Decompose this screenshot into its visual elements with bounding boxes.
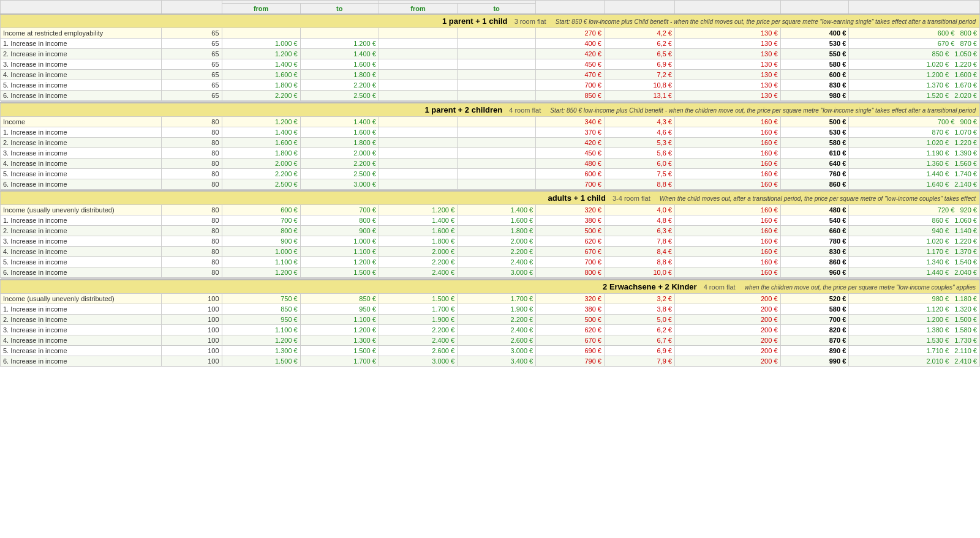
row-hh-from: 2.400 € — [379, 267, 457, 278]
row-total: 580 € — [780, 137, 849, 148]
row-hh-from: 1.500 € — [379, 293, 457, 304]
row-label: 6. Increase in income — [1, 356, 162, 366]
row-label: 5. Increase in income — [1, 80, 162, 91]
row-residual: 1.340 € 1.540 € — [849, 257, 980, 267]
row-other: 160 € — [674, 137, 780, 148]
row-netto-from: 600 € — [222, 205, 300, 215]
section-note: Start: 850 € low-income plus Child benef… — [556, 18, 976, 25]
row-qm: 65 — [161, 80, 222, 91]
row-hh-from — [379, 91, 457, 101]
row-hh-to: 3.000 € — [458, 267, 536, 278]
section-header-section3: adults + 1 child 3-4 room flat When the … — [1, 191, 980, 205]
row-label: Income (usually unevenly distributed) — [1, 205, 162, 215]
row-rental-price: 4,8 € — [604, 215, 674, 226]
row-netto-to: 1.600 € — [300, 127, 379, 137]
data-row: 1. Increase in income 65 1.000 € 1.200 €… — [1, 39, 980, 49]
row-netto-to: 1.800 € — [300, 137, 379, 148]
row-netto-to: 700 € — [300, 205, 379, 215]
row-qm: 65 — [161, 39, 222, 49]
row-residual: 1.200 € 1.600 € — [849, 70, 980, 80]
row-residual: 1.640 € 2.140 € — [849, 179, 980, 189]
row-net-rent: 500 € — [536, 314, 605, 324]
row-hh-from: 1.200 € — [379, 205, 457, 215]
row-other: 130 € — [674, 80, 780, 91]
row-total: 540 € — [780, 215, 849, 226]
row-netto-to: 1.200 € — [300, 39, 379, 49]
row-rental-price: 13,1 € — [604, 91, 674, 101]
row-hh-to: 2.000 € — [458, 236, 536, 247]
row-residual: 1.120 € 1.320 € — [849, 304, 980, 314]
row-total: 830 € — [780, 247, 849, 257]
row-hh-from — [379, 28, 457, 39]
section-header-section4: 2 Erwachsene + 2 Kinder 4 room flat when… — [1, 280, 980, 294]
row-rental-price: 7,2 € — [604, 70, 674, 80]
row-residual: 860 € 1.060 € — [849, 215, 980, 226]
row-rental-price: 4,6 € — [604, 127, 674, 137]
row-other: 160 € — [674, 158, 780, 168]
row-hh-from — [379, 137, 457, 148]
row-qm: 100 — [161, 293, 222, 304]
row-qm: 65 — [161, 91, 222, 101]
header-netto-from: from — [222, 4, 300, 15]
row-label: 6. Increase in income — [1, 267, 162, 278]
row-netto-from: 1.200 € — [222, 335, 300, 345]
data-row: 1. Increase in income 100 850 € 950 € 1.… — [1, 304, 980, 314]
row-other: 160 € — [674, 168, 780, 179]
row-netto-to: 1.500 € — [300, 345, 379, 356]
row-hh-from: 3.000 € — [379, 356, 457, 366]
row-qm: 80 — [161, 226, 222, 236]
row-residual: 1.370 € 1.670 € — [849, 80, 980, 91]
row-other: 200 € — [674, 293, 780, 304]
data-row: 1. Increase in income 80 700 € 800 € 1.4… — [1, 215, 980, 226]
row-other: 160 € — [674, 226, 780, 236]
section-title: adults + 1 child — [548, 193, 606, 203]
row-rental-price: 4,3 € — [604, 116, 674, 127]
section-flat: 4 room flat — [704, 283, 736, 291]
data-row: 2. Increase in income 100 950 € 1.100 € … — [1, 314, 980, 324]
data-row: 4. Increase in income 65 1.600 € 1.800 €… — [1, 70, 980, 80]
row-net-rent: 600 € — [536, 168, 605, 179]
row-other: 160 € — [674, 267, 780, 278]
row-netto-to: 2.500 € — [300, 91, 379, 101]
section-header-section2: 1 parent + 2 children 4 room flat Start:… — [1, 103, 980, 117]
row-hh-from — [379, 158, 457, 168]
row-total: 580 € — [780, 59, 849, 70]
data-row: 5. Increase in income 80 2.200 € 2.500 €… — [1, 168, 980, 179]
row-netto-to: 950 € — [300, 304, 379, 314]
data-row: 6. Increase in income 80 2.500 € 3.000 €… — [1, 179, 980, 189]
row-rental-price: 6,0 € — [604, 158, 674, 168]
row-hh-from: 1.600 € — [379, 226, 457, 236]
row-rental-price: 6,2 € — [604, 39, 674, 49]
main-table: from to from to 1 parent + 1 child 3 roo… — [0, 0, 980, 367]
row-net-rent: 450 € — [536, 59, 605, 70]
row-other: 200 € — [674, 324, 780, 335]
row-net-rent: 850 € — [536, 91, 605, 101]
row-label: 6. Increase in income — [1, 179, 162, 189]
row-hh-from: 1.800 € — [379, 236, 457, 247]
row-netto-from: 1.100 € — [222, 257, 300, 267]
row-qm: 100 — [161, 314, 222, 324]
row-residual: 1.530 € 1.730 € — [849, 335, 980, 345]
row-label: 2. Increase in income — [1, 314, 162, 324]
row-qm: 65 — [161, 70, 222, 80]
row-total: 700 € — [780, 314, 849, 324]
row-net-rent: 670 € — [536, 335, 605, 345]
row-netto-from: 1.000 € — [222, 39, 300, 49]
row-hh-to — [458, 70, 536, 80]
row-netto-to: 1.600 € — [300, 59, 379, 70]
header-residual — [849, 1, 980, 15]
row-label: 1. Increase in income — [1, 39, 162, 49]
row-netto-to: 2.500 € — [300, 168, 379, 179]
row-net-rent: 400 € — [536, 39, 605, 49]
row-hh-from: 2.000 € — [379, 247, 457, 257]
row-residual: 1.440 € 2.040 € — [849, 267, 980, 278]
row-hh-to — [458, 59, 536, 70]
row-residual: 1.710 € 2.110 € — [849, 345, 980, 356]
row-total: 990 € — [780, 356, 849, 366]
row-net-rent: 800 € — [536, 267, 605, 278]
row-rental-price: 6,9 € — [604, 345, 674, 356]
row-other: 200 € — [674, 335, 780, 345]
section-title: 1 parent + 1 child — [442, 17, 508, 26]
row-residual: 870 € 1.070 € — [849, 127, 980, 137]
row-net-rent: 450 € — [536, 148, 605, 158]
